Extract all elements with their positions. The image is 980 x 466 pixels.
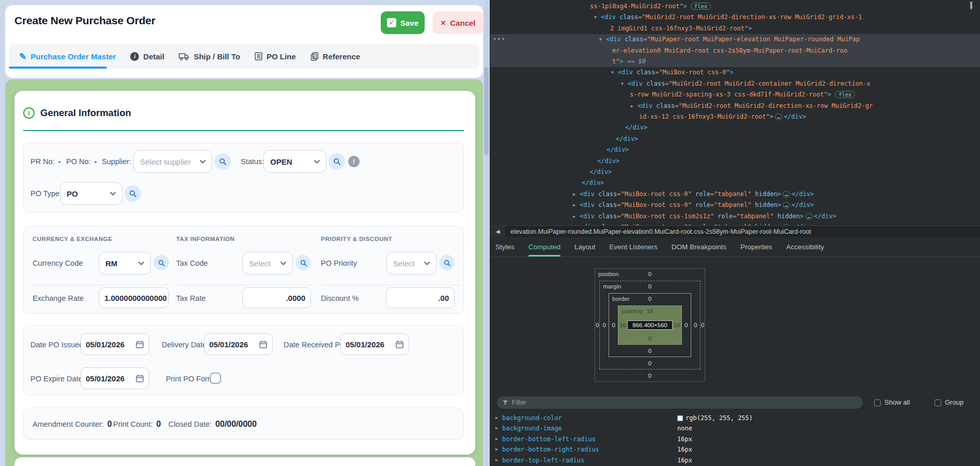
show-all-checkbox[interactable] [874, 399, 881, 406]
supplier-search-button[interactable] [214, 153, 231, 170]
expand-open-icon[interactable]: ▼ [621, 78, 624, 89]
po-no: PO No:- [66, 157, 97, 166]
screenshot-root: Create New Purchase Order ✓ Save ✕ Cance… [0, 0, 980, 466]
expand-closed-icon[interactable]: ▶ [573, 222, 575, 226]
paint-brush-icon[interactable] [968, 2, 975, 11]
dom-tree-line[interactable]: ▶<div class="MuiGrid2-root MuiGrid2-dire… [490, 101, 980, 111]
dom-tree-line[interactable]: </div> [490, 122, 980, 133]
tab-ship-bill-to[interactable]: Ship / Bill To [179, 52, 240, 61]
expand-closed-icon[interactable]: ▶ [495, 413, 498, 423]
devtools-tab-styles[interactable]: Styles [495, 237, 515, 256]
computed-property-row[interactable]: ▶border-bottom-right-radius16px [490, 444, 980, 455]
dom-tree-line[interactable]: </div> [490, 167, 980, 178]
priority-search-button[interactable] [439, 255, 455, 270]
expand-closed-icon[interactable]: ▶ [631, 101, 633, 111]
status-select[interactable]: OPEN [263, 150, 326, 173]
expand-closed-icon[interactable]: ▶ [573, 189, 575, 200]
tab-po-line[interactable]: PO Line [255, 52, 296, 61]
expand-closed-icon[interactable]: ▶ [573, 200, 575, 211]
currency-code-select[interactable]: RM [99, 252, 151, 275]
devtools-tab-accessibility[interactable]: Accessibility [786, 237, 825, 256]
po-tabbar: ✎Purchase Order MasteriDetailShip / Bill… [9, 44, 479, 69]
date-received-input[interactable]: 05/01/2026 [340, 333, 409, 355]
code-token: t" [612, 58, 619, 65]
po-priority-select[interactable]: Select [386, 252, 437, 275]
flex-badge[interactable]: flex [835, 91, 855, 98]
expand-closed-icon[interactable]: ▶ [495, 444, 498, 455]
dom-tree-line[interactable]: 2 imgGird1 css-16fnxy3-MuiGrid2-root"> [490, 23, 980, 34]
dom-tree-line[interactable]: </div> [490, 134, 980, 144]
tab-label: Detail [143, 52, 164, 61]
dom-tree-line[interactable]: ▼<div class="MuiBox-root css-0"> [490, 67, 980, 78]
devtools-tab-computed[interactable]: Computed [528, 237, 561, 256]
dom-tree-line[interactable]: er-elevation0 MuiCard-root css-2s58ym-Mu… [490, 45, 980, 56]
devtools-tab-properties[interactable]: Properties [740, 237, 772, 256]
padding-top-value: 15 [647, 308, 654, 314]
expand-open-icon[interactable]: ▼ [599, 34, 602, 45]
exchange-rate-input[interactable]: 1.0000000000000 [99, 287, 169, 308]
computed-property-row[interactable]: ▶border-top-left-radius16px [490, 455, 980, 465]
ellipsis-expand-icon[interactable]: … [783, 202, 790, 208]
group-checkbox[interactable] [935, 399, 941, 406]
ellipsis-expand-icon[interactable]: … [783, 191, 790, 198]
ellipsis-expand-icon[interactable]: … [805, 213, 813, 220]
computed-property-row[interactable]: ▶background-imagenone [490, 423, 980, 433]
computed-property-row[interactable]: ▶background-colorrgb(255, 255, 255) [490, 413, 980, 423]
po-type-select[interactable]: PO [60, 182, 122, 205]
tax-search-button[interactable] [295, 255, 311, 270]
devtools-tab-event-listeners[interactable]: Event Listeners [610, 237, 658, 256]
expand-closed-icon[interactable]: ▶ [495, 423, 498, 433]
dom-tree-line[interactable]: ss-1pi8xg4-MuiGrid2-root">flex [490, 1, 980, 12]
dom-tree-line[interactable]: ▼<div class="MuiGrid2-root MuiGrid2-cont… [490, 78, 980, 89]
expand-closed-icon[interactable]: ▶ [495, 455, 498, 465]
discount-input[interactable]: .00 [386, 287, 455, 308]
expand-open-icon[interactable]: ▼ [594, 12, 597, 23]
dom-tree-line[interactable]: </div> [490, 156, 980, 167]
tab-reference[interactable]: Reference [310, 52, 361, 61]
dom-tree-line[interactable]: ▶<div class="MuiBox-root css-1sm2s1z" ro… [490, 211, 980, 222]
filter-input[interactable]: Filter [497, 396, 863, 409]
position-left-value: 0 [595, 281, 599, 369]
devtools-tab-layout[interactable]: Layout [574, 237, 596, 256]
computed-property-row[interactable]: ▶border-bottom-left-radius16px [490, 434, 980, 444]
code-token: ="tabpanel" [710, 190, 751, 198]
devtools-tab-dom-breakpoints[interactable]: DOM Breakpoints [672, 237, 727, 256]
border-right-value: 0 [682, 306, 691, 345]
expand-closed-icon[interactable]: ▶ [495, 434, 498, 444]
tab-detail[interactable]: iDetail [130, 52, 164, 61]
expand-open-icon[interactable]: ▼ [611, 67, 614, 78]
dom-tree-line[interactable]: id-xs-12 css-16fnxy3-MuiGrid2-root">…</d… [490, 111, 980, 122]
po-type-search-button[interactable] [125, 185, 141, 202]
dom-tree-line[interactable]: ▼<div class="MuiGrid2-root MuiGrid2-dire… [490, 12, 980, 23]
delivery-date-input[interactable]: 05/01/2026 [204, 333, 273, 355]
ellipsis-expand-icon[interactable]: … [775, 114, 782, 120]
dom-tree-line[interactable]: ▶<div class="MuiBox-root css-0" role="ta… [490, 200, 980, 211]
dom-tree-line[interactable]: ▶<div class="MuiBox-root css-0" role="ta… [490, 189, 980, 200]
flex-badge[interactable]: flex [691, 3, 711, 10]
app-scrollbar-thumb[interactable] [484, 67, 489, 155]
dom-tree-line[interactable]: •••▼<div class="MuiPaper-root MuiPaper-e… [490, 34, 980, 45]
more-actions-icon[interactable]: ••• [493, 34, 506, 45]
breadcrumb-back-icon[interactable]: ◀ [490, 226, 506, 237]
dom-tree-line[interactable]: ▶<div class="MuiBox-root css-0" role="ta… [490, 222, 980, 226]
date-po-issued-input[interactable]: 05/01/2026 [81, 333, 149, 355]
save-button[interactable]: ✓ Save [381, 11, 425, 34]
code-token: </div> [589, 168, 612, 175]
tax-code-select[interactable]: Select [242, 252, 293, 275]
tab-label: Purchase Order Master [30, 52, 116, 61]
po-expire-input[interactable]: 05/01/2026 [81, 367, 149, 389]
currency-search-button[interactable] [153, 255, 169, 270]
cancel-button[interactable]: ✕ Cancel [432, 11, 484, 34]
status-search-button[interactable] [329, 153, 345, 170]
tax-rate-input[interactable]: .0000 [242, 287, 311, 308]
code-token: role [692, 190, 710, 198]
dom-tree-line[interactable]: t"> == $0 [490, 56, 980, 67]
dom-tree-line[interactable]: </div> [490, 178, 980, 188]
dom-tree-line[interactable]: s-row MuiGrid2-spacing-xs-3 css-dkd71f-M… [490, 89, 980, 100]
print-po-form-checkbox[interactable] [210, 373, 221, 384]
supplier-select[interactable]: Select supplier [133, 150, 212, 173]
dom-tree-line[interactable]: </div> [490, 144, 980, 155]
box-model-diagram[interactable]: position 0 0 margin 0 0 [595, 268, 705, 382]
expand-closed-icon[interactable]: ▶ [573, 211, 575, 222]
tab-purchase-order-master[interactable]: ✎Purchase Order Master [19, 51, 116, 62]
